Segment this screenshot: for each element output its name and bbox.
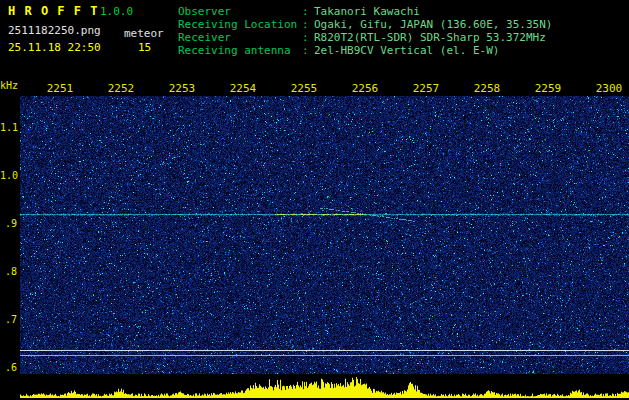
info-separator: : <box>302 44 314 57</box>
app-version: 1.0.0 <box>100 5 133 18</box>
freq-axis: 1.11.0.9.8.7.6 <box>0 0 19 400</box>
freq-tick-label: 1.1 <box>0 122 17 133</box>
freq-tick-label: .7 <box>0 314 17 325</box>
info-separator: : <box>302 5 314 18</box>
info-value: 2el-HB9CV Vertical (el. E-W) <box>314 44 552 57</box>
time-axis: 2251225222532254225522562257225822592300 <box>20 82 629 95</box>
time-tick-label: 2259 <box>532 82 564 95</box>
info-separator: : <box>302 18 314 31</box>
station-info: Observer:Takanori KawachiReceiving Locat… <box>178 5 552 57</box>
freq-tick-label: .9 <box>0 218 17 229</box>
time-tick-label: 2252 <box>105 82 137 95</box>
info-label: Observer <box>178 5 302 18</box>
observation-datetime: 25.11.18 22:50 <box>8 41 101 54</box>
info-label: Receiving antenna <box>178 44 302 57</box>
freq-tick-label: 1.0 <box>0 170 17 181</box>
output-filename: 2511182250.png <box>8 24 101 37</box>
info-separator: : <box>302 31 314 44</box>
time-tick-label: 2251 <box>44 82 76 95</box>
info-label: Receiving Location <box>178 18 302 31</box>
freq-tick-label: .8 <box>0 266 17 277</box>
info-value: Takanori Kawachi <box>314 5 552 18</box>
info-label: Receiver <box>178 31 302 44</box>
station-info-row: Observer:Takanori Kawachi <box>178 5 552 18</box>
mode-label: meteor <box>124 27 164 40</box>
station-info-row: Receiving Location:Ogaki, Gifu, JAPAN (1… <box>178 18 552 31</box>
station-info-row: Receiving antenna:2el-HB9CV Vertical (el… <box>178 44 552 57</box>
info-value: Ogaki, Gifu, JAPAN (136.60E, 35.35N) <box>314 18 552 31</box>
time-tick-label: 2300 <box>593 82 625 95</box>
info-value: R820T2(RTL-SDR) SDR-Sharp 53.372MHz <box>314 31 552 44</box>
time-tick-label: 2257 <box>410 82 442 95</box>
station-info-row: Receiver:R820T2(RTL-SDR) SDR-Sharp 53.37… <box>178 31 552 44</box>
time-tick-label: 2254 <box>227 82 259 95</box>
app-title: H R O F F T <box>8 4 98 18</box>
spectrogram-waterfall <box>20 96 629 374</box>
freq-tick-label: .6 <box>0 362 17 373</box>
time-tick-label: 2256 <box>349 82 381 95</box>
time-tick-label: 2258 <box>471 82 503 95</box>
signal-level-strip <box>20 376 629 398</box>
echo-count: 15 <box>138 41 151 54</box>
time-tick-label: 2253 <box>166 82 198 95</box>
time-tick-label: 2255 <box>288 82 320 95</box>
